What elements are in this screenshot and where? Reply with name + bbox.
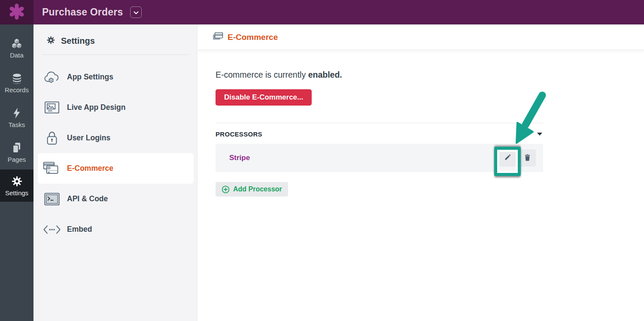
rail-item-label: Data — [10, 51, 24, 59]
topbar: Purchase Orders — [0, 0, 644, 24]
edit-processor-button[interactable] — [499, 149, 516, 167]
rail-item-pages[interactable]: Pages — [0, 135, 33, 170]
nav-item-label: API & Code — [67, 194, 108, 203]
main-nav-rail: Data Records Tasks — [0, 24, 33, 321]
add-processor-label: Add Processor — [233, 185, 282, 193]
rail-item-records[interactable]: Records — [0, 65, 33, 100]
add-processor-button[interactable]: Add Processor — [216, 182, 288, 197]
nav-item-label: App Settings — [67, 73, 113, 82]
rail-item-data[interactable]: Data — [0, 30, 33, 65]
cards-icon — [212, 31, 224, 43]
settings-panel-title: Settings — [61, 36, 95, 46]
nav-item-api-code[interactable]: API & Code — [38, 184, 194, 214]
edit-pencil-icon — [504, 154, 511, 162]
credit-cards-icon — [42, 161, 62, 176]
nav-item-live-app-design[interactable]: Live App Design — [38, 92, 194, 123]
rail-item-settings[interactable]: Settings — [0, 170, 33, 202]
app-switcher-dropdown[interactable] — [130, 6, 142, 18]
pages-icon — [11, 142, 22, 154]
nav-item-embed[interactable]: Embed — [38, 214, 194, 245]
asterisk-icon — [9, 3, 25, 21]
status-emphasis: enabled. — [308, 70, 342, 79]
gear-icon — [11, 175, 23, 187]
image-icon — [42, 101, 62, 115]
trash-icon — [524, 154, 531, 163]
processor-name: Stripe — [229, 154, 496, 162]
lock-icon — [42, 130, 62, 146]
settings-sidebar: Settings App Settings — [33, 24, 197, 321]
disable-ecommerce-button[interactable]: Disable E-Commerce... — [216, 89, 312, 106]
nav-item-label: E-Commerce — [67, 164, 113, 173]
database-icon — [11, 72, 23, 84]
nav-item-user-logins[interactable]: User Logins — [38, 123, 194, 153]
divider — [216, 123, 543, 123]
nav-item-label: User Logins — [67, 133, 110, 142]
rail-item-label: Records — [5, 86, 29, 94]
rail-item-tasks[interactable]: Tasks — [0, 100, 33, 135]
page-header: E-Commerce — [197, 24, 644, 50]
rail-item-label: Tasks — [9, 121, 25, 128]
settings-panel-header: Settings — [33, 24, 197, 46]
plus-circle-icon — [222, 185, 230, 194]
terminal-icon — [42, 192, 62, 206]
embed-icon — [42, 224, 62, 235]
processor-row-stripe: Stripe — [216, 144, 543, 172]
delete-processor-button[interactable] — [519, 149, 536, 167]
rail-item-label: Pages — [8, 156, 26, 163]
nav-item-e-commerce[interactable]: E-Commerce — [38, 153, 194, 184]
lightning-icon — [12, 107, 22, 119]
ecommerce-status-text: E-commerce is currently enabled. — [216, 70, 543, 80]
divider — [42, 55, 189, 55]
caret-down-icon[interactable] — [536, 131, 543, 137]
main-content: E-Commerce E-commerce is currently enabl… — [197, 24, 644, 321]
nav-item-app-settings[interactable]: App Settings — [38, 62, 194, 92]
nav-item-label: Embed — [67, 225, 92, 234]
processors-section-label: PROCESSORS — [216, 130, 262, 138]
rail-item-label: Settings — [5, 189, 28, 197]
nav-item-label: Live App Design — [67, 103, 125, 112]
cubes-icon — [11, 37, 23, 49]
gear-icon — [46, 36, 55, 46]
page-title: E-Commerce — [228, 33, 278, 42]
cloud-gear-icon — [42, 70, 62, 85]
app-logo[interactable] — [0, 0, 33, 24]
app-title: Purchase Orders — [42, 6, 123, 18]
chevron-down-icon — [134, 9, 139, 16]
